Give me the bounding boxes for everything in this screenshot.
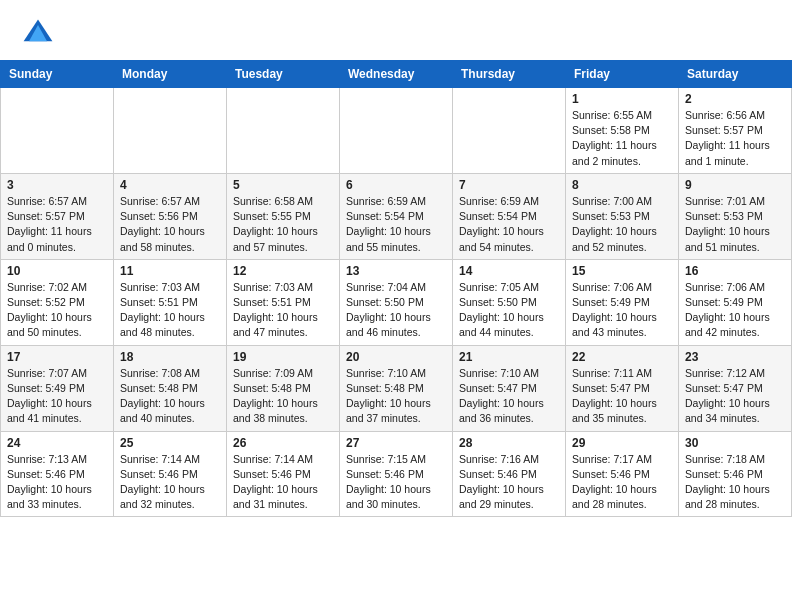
page-header	[0, 0, 792, 60]
day-number: 7	[459, 178, 559, 192]
day-info: Sunrise: 7:14 AMSunset: 5:46 PMDaylight:…	[233, 452, 333, 513]
day-number: 20	[346, 350, 446, 364]
calendar-table: SundayMondayTuesdayWednesdayThursdayFrid…	[0, 60, 792, 517]
calendar-body: 1Sunrise: 6:55 AMSunset: 5:58 PMDaylight…	[1, 88, 792, 517]
calendar-week-3: 10Sunrise: 7:02 AMSunset: 5:52 PMDayligh…	[1, 259, 792, 345]
day-info: Sunrise: 7:02 AMSunset: 5:52 PMDaylight:…	[7, 280, 107, 341]
calendar-cell: 29Sunrise: 7:17 AMSunset: 5:46 PMDayligh…	[566, 431, 679, 517]
calendar-cell	[1, 88, 114, 174]
calendar-cell	[340, 88, 453, 174]
calendar-header-saturday: Saturday	[679, 61, 792, 88]
day-info: Sunrise: 6:55 AMSunset: 5:58 PMDaylight:…	[572, 108, 672, 169]
day-number: 18	[120, 350, 220, 364]
day-number: 5	[233, 178, 333, 192]
calendar-cell: 26Sunrise: 7:14 AMSunset: 5:46 PMDayligh…	[227, 431, 340, 517]
calendar-cell: 24Sunrise: 7:13 AMSunset: 5:46 PMDayligh…	[1, 431, 114, 517]
day-number: 9	[685, 178, 785, 192]
calendar-cell	[114, 88, 227, 174]
day-number: 13	[346, 264, 446, 278]
day-number: 11	[120, 264, 220, 278]
day-info: Sunrise: 6:57 AMSunset: 5:57 PMDaylight:…	[7, 194, 107, 255]
calendar-cell: 30Sunrise: 7:18 AMSunset: 5:46 PMDayligh…	[679, 431, 792, 517]
calendar-cell: 11Sunrise: 7:03 AMSunset: 5:51 PMDayligh…	[114, 259, 227, 345]
calendar-header-tuesday: Tuesday	[227, 61, 340, 88]
day-number: 4	[120, 178, 220, 192]
day-info: Sunrise: 6:59 AMSunset: 5:54 PMDaylight:…	[459, 194, 559, 255]
day-info: Sunrise: 6:56 AMSunset: 5:57 PMDaylight:…	[685, 108, 785, 169]
calendar-header-monday: Monday	[114, 61, 227, 88]
day-number: 2	[685, 92, 785, 106]
calendar-cell: 19Sunrise: 7:09 AMSunset: 5:48 PMDayligh…	[227, 345, 340, 431]
calendar-header-row: SundayMondayTuesdayWednesdayThursdayFrid…	[1, 61, 792, 88]
day-number: 3	[7, 178, 107, 192]
calendar-cell: 27Sunrise: 7:15 AMSunset: 5:46 PMDayligh…	[340, 431, 453, 517]
calendar-cell: 21Sunrise: 7:10 AMSunset: 5:47 PMDayligh…	[453, 345, 566, 431]
day-info: Sunrise: 7:07 AMSunset: 5:49 PMDaylight:…	[7, 366, 107, 427]
calendar-cell: 22Sunrise: 7:11 AMSunset: 5:47 PMDayligh…	[566, 345, 679, 431]
day-info: Sunrise: 7:05 AMSunset: 5:50 PMDaylight:…	[459, 280, 559, 341]
calendar-week-2: 3Sunrise: 6:57 AMSunset: 5:57 PMDaylight…	[1, 173, 792, 259]
day-number: 28	[459, 436, 559, 450]
day-info: Sunrise: 7:12 AMSunset: 5:47 PMDaylight:…	[685, 366, 785, 427]
day-number: 12	[233, 264, 333, 278]
calendar-cell: 4Sunrise: 6:57 AMSunset: 5:56 PMDaylight…	[114, 173, 227, 259]
day-number: 1	[572, 92, 672, 106]
day-number: 21	[459, 350, 559, 364]
calendar-cell: 3Sunrise: 6:57 AMSunset: 5:57 PMDaylight…	[1, 173, 114, 259]
calendar-cell: 9Sunrise: 7:01 AMSunset: 5:53 PMDaylight…	[679, 173, 792, 259]
day-number: 16	[685, 264, 785, 278]
day-number: 6	[346, 178, 446, 192]
day-info: Sunrise: 7:10 AMSunset: 5:48 PMDaylight:…	[346, 366, 446, 427]
calendar-cell: 25Sunrise: 7:14 AMSunset: 5:46 PMDayligh…	[114, 431, 227, 517]
day-info: Sunrise: 7:04 AMSunset: 5:50 PMDaylight:…	[346, 280, 446, 341]
calendar-cell: 7Sunrise: 6:59 AMSunset: 5:54 PMDaylight…	[453, 173, 566, 259]
day-info: Sunrise: 7:06 AMSunset: 5:49 PMDaylight:…	[572, 280, 672, 341]
calendar-header-wednesday: Wednesday	[340, 61, 453, 88]
day-info: Sunrise: 7:16 AMSunset: 5:46 PMDaylight:…	[459, 452, 559, 513]
day-info: Sunrise: 7:09 AMSunset: 5:48 PMDaylight:…	[233, 366, 333, 427]
calendar-cell: 15Sunrise: 7:06 AMSunset: 5:49 PMDayligh…	[566, 259, 679, 345]
calendar-cell	[227, 88, 340, 174]
calendar-cell	[453, 88, 566, 174]
calendar-week-5: 24Sunrise: 7:13 AMSunset: 5:46 PMDayligh…	[1, 431, 792, 517]
calendar-cell: 1Sunrise: 6:55 AMSunset: 5:58 PMDaylight…	[566, 88, 679, 174]
day-info: Sunrise: 7:14 AMSunset: 5:46 PMDaylight:…	[120, 452, 220, 513]
day-info: Sunrise: 7:03 AMSunset: 5:51 PMDaylight:…	[120, 280, 220, 341]
calendar-cell: 14Sunrise: 7:05 AMSunset: 5:50 PMDayligh…	[453, 259, 566, 345]
day-number: 17	[7, 350, 107, 364]
day-info: Sunrise: 6:58 AMSunset: 5:55 PMDaylight:…	[233, 194, 333, 255]
calendar-header-sunday: Sunday	[1, 61, 114, 88]
day-info: Sunrise: 7:11 AMSunset: 5:47 PMDaylight:…	[572, 366, 672, 427]
calendar-cell: 23Sunrise: 7:12 AMSunset: 5:47 PMDayligh…	[679, 345, 792, 431]
calendar-header-thursday: Thursday	[453, 61, 566, 88]
calendar-header-friday: Friday	[566, 61, 679, 88]
day-info: Sunrise: 6:59 AMSunset: 5:54 PMDaylight:…	[346, 194, 446, 255]
calendar-cell: 28Sunrise: 7:16 AMSunset: 5:46 PMDayligh…	[453, 431, 566, 517]
day-number: 10	[7, 264, 107, 278]
day-info: Sunrise: 7:01 AMSunset: 5:53 PMDaylight:…	[685, 194, 785, 255]
day-number: 25	[120, 436, 220, 450]
day-number: 14	[459, 264, 559, 278]
day-number: 26	[233, 436, 333, 450]
day-info: Sunrise: 7:00 AMSunset: 5:53 PMDaylight:…	[572, 194, 672, 255]
calendar-cell: 6Sunrise: 6:59 AMSunset: 5:54 PMDaylight…	[340, 173, 453, 259]
calendar-cell: 17Sunrise: 7:07 AMSunset: 5:49 PMDayligh…	[1, 345, 114, 431]
calendar-cell: 13Sunrise: 7:04 AMSunset: 5:50 PMDayligh…	[340, 259, 453, 345]
day-number: 19	[233, 350, 333, 364]
calendar-cell: 5Sunrise: 6:58 AMSunset: 5:55 PMDaylight…	[227, 173, 340, 259]
calendar-cell: 16Sunrise: 7:06 AMSunset: 5:49 PMDayligh…	[679, 259, 792, 345]
day-number: 24	[7, 436, 107, 450]
calendar-cell: 18Sunrise: 7:08 AMSunset: 5:48 PMDayligh…	[114, 345, 227, 431]
day-info: Sunrise: 7:06 AMSunset: 5:49 PMDaylight:…	[685, 280, 785, 341]
day-number: 30	[685, 436, 785, 450]
day-number: 22	[572, 350, 672, 364]
calendar-week-4: 17Sunrise: 7:07 AMSunset: 5:49 PMDayligh…	[1, 345, 792, 431]
day-number: 15	[572, 264, 672, 278]
calendar-cell: 8Sunrise: 7:00 AMSunset: 5:53 PMDaylight…	[566, 173, 679, 259]
day-info: Sunrise: 7:13 AMSunset: 5:46 PMDaylight:…	[7, 452, 107, 513]
day-number: 29	[572, 436, 672, 450]
day-info: Sunrise: 6:57 AMSunset: 5:56 PMDaylight:…	[120, 194, 220, 255]
day-info: Sunrise: 7:10 AMSunset: 5:47 PMDaylight:…	[459, 366, 559, 427]
calendar-cell: 10Sunrise: 7:02 AMSunset: 5:52 PMDayligh…	[1, 259, 114, 345]
calendar-cell: 12Sunrise: 7:03 AMSunset: 5:51 PMDayligh…	[227, 259, 340, 345]
